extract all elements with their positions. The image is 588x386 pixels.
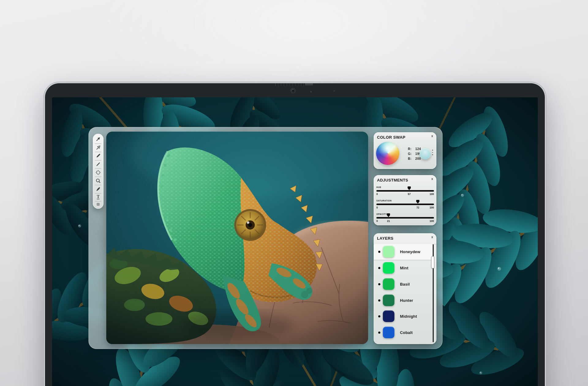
lid-notch (305, 83, 313, 85)
pen-icon[interactable] (95, 186, 101, 192)
text-icon[interactable]: T (95, 194, 101, 200)
layer-row-hunter[interactable]: Hunter (374, 293, 432, 309)
photo-canvas[interactable] (106, 132, 368, 344)
transform-icon[interactable] (95, 170, 101, 175)
layer-row-cobalt[interactable]: Cobalt (374, 325, 432, 341)
layer-name: Mint (400, 266, 409, 270)
layer-name: Cobalt (400, 330, 413, 335)
layer-name: Honeydew (400, 249, 420, 254)
drag-handle-icon[interactable] (432, 150, 433, 157)
pencil-icon[interactable] (95, 161, 101, 167)
panel-title: ADJUSTMENTS (377, 178, 408, 182)
select-icon[interactable] (95, 136, 101, 142)
layers-list: Honeydew Mint Basil Hunter (374, 244, 436, 342)
visibility-dot-icon[interactable] (378, 283, 380, 285)
slider-value: 57 (408, 193, 410, 196)
close-icon[interactable]: x (431, 178, 433, 181)
blue-channel: B:200 (408, 157, 412, 160)
hinge-vent (275, 83, 304, 86)
slider-track[interactable] (376, 217, 434, 219)
layer-row-midnight[interactable]: Midnight (374, 309, 432, 324)
layer-swatch[interactable] (383, 310, 394, 322)
color-swap-panel: COLOR SWAP x R:124 G:199 B:200 (374, 132, 436, 169)
picked-color-swatch[interactable] (420, 148, 431, 159)
panel-title: COLOR SWAP (377, 135, 405, 140)
adjustments-panel: ADJUSTMENTS x HUE 0 57 100 SATURATION 0 … (374, 175, 436, 225)
visibility-dot-icon[interactable] (378, 251, 380, 253)
ir-sensor-dot (310, 91, 312, 92)
red-channel: R:124 (408, 147, 412, 151)
laptop-screen: T COLOR SWAP x R:124 G:199 B:200 ADJUSTM… (52, 97, 538, 386)
visibility-dot-icon[interactable] (378, 299, 380, 302)
layer-name: Midnight (400, 314, 417, 319)
visibility-dot-icon[interactable] (378, 315, 380, 317)
slider-track[interactable] (376, 204, 434, 205)
layer-name: Basil (400, 282, 410, 287)
slider-thumb[interactable] (408, 186, 411, 190)
layers-panel: LAYERS x Honeydew Mint Basil (374, 233, 436, 344)
slider-thumb[interactable] (387, 213, 390, 217)
slider-value: 21 (387, 219, 390, 223)
slider-track[interactable] (376, 190, 434, 192)
layer-row-basil[interactable]: Basil (374, 276, 432, 292)
slider-thumb[interactable] (416, 200, 420, 204)
layer-row-mint[interactable]: Mint (374, 260, 432, 276)
marker-icon[interactable] (95, 153, 101, 159)
slider-label: HUE (376, 186, 381, 188)
svg-text:T: T (97, 194, 100, 199)
color-chip[interactable] (97, 203, 100, 206)
layer-swatch[interactable] (383, 262, 394, 274)
laptop: T COLOR SWAP x R:124 G:199 B:200 ADJUSTM… (45, 83, 545, 386)
panel-title: LAYERS (377, 236, 394, 241)
layer-name: Hunter (400, 298, 413, 303)
slider-label: SATURATION (376, 200, 392, 202)
blue-value: 200 (415, 157, 421, 160)
red-value: 124 (415, 147, 421, 151)
zoom-icon[interactable] (95, 178, 101, 184)
layer-swatch[interactable] (383, 294, 394, 306)
layer-swatch[interactable] (383, 327, 394, 338)
direct-select-icon[interactable] (95, 145, 101, 151)
color-wheel[interactable] (376, 142, 399, 165)
visibility-dot-icon[interactable] (378, 267, 380, 269)
close-icon[interactable]: x (431, 135, 433, 138)
als-sensor-dot (334, 90, 335, 92)
layer-swatch[interactable] (383, 246, 394, 257)
tool-palette: T (93, 134, 104, 209)
visibility-dot-icon[interactable] (378, 332, 380, 334)
webcam (290, 88, 296, 93)
layer-swatch[interactable] (383, 278, 394, 290)
layer-row-honeydew[interactable]: Honeydew (374, 244, 432, 260)
scrollbar-thumb[interactable] (431, 256, 434, 268)
slider-label: OPACITY (376, 213, 387, 215)
green-channel: G:199 (408, 152, 412, 156)
slider-value: 72 (417, 206, 419, 209)
close-icon[interactable]: x (431, 236, 433, 239)
